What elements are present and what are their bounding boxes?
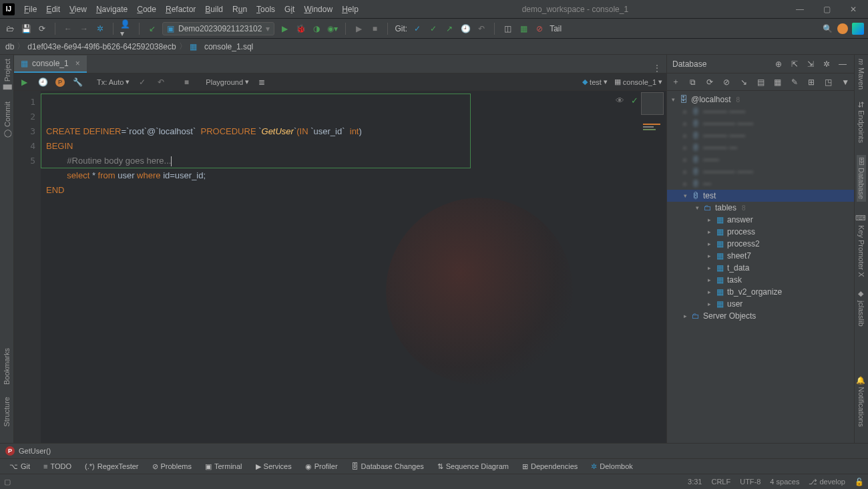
- menu-navigate[interactable]: Navigate: [92, 3, 132, 16]
- refresh-icon[interactable]: ⟳: [36, 23, 48, 35]
- db-table-tb_v2_organize[interactable]: ▸▦tb_v2_organize: [667, 286, 854, 298]
- db-schema-blurred[interactable]: ▸🛢———— ——: [667, 166, 854, 178]
- layout-icon[interactable]: ≣: [256, 76, 268, 88]
- refresh-db-icon[interactable]: ⟳: [704, 76, 715, 88]
- gear-icon[interactable]: ✲: [94, 23, 106, 35]
- jump-icon[interactable]: ↘: [738, 76, 749, 88]
- db-table-process[interactable]: ▸▦process: [667, 226, 854, 238]
- db-table-answer[interactable]: ▸▦answer: [667, 214, 854, 226]
- playground-combo[interactable]: Playground ▾: [206, 77, 249, 86]
- edit-icon[interactable]: ✎: [789, 76, 800, 88]
- tw-dbchanges[interactable]: 🗄Database Changes: [346, 461, 429, 472]
- minimap[interactable]: [641, 92, 664, 115]
- window-close[interactable]: ✕: [841, 3, 865, 16]
- save-icon[interactable]: 💾: [20, 23, 32, 35]
- csv-icon[interactable]: ▦: [517, 23, 529, 35]
- status-cursor-pos[interactable]: 3:31: [688, 478, 702, 486]
- db-schema-blurred[interactable]: ▸🛢——— —: [667, 142, 854, 154]
- collapse-icon[interactable]: ⇲: [805, 58, 817, 70]
- db-table-task[interactable]: ▸▦task: [667, 274, 854, 286]
- status-indent[interactable]: 4 spaces: [770, 478, 799, 486]
- search-icon[interactable]: 🔍: [821, 23, 833, 35]
- sidebar-jclasslib[interactable]: ◆ jclasslib: [857, 289, 866, 327]
- jetbrains-icon[interactable]: [852, 23, 864, 35]
- status-encoding[interactable]: UTF-8: [740, 478, 761, 486]
- wrench-icon[interactable]: 🔧: [71, 76, 83, 88]
- sidebar-bookmarks[interactable]: Bookmarks: [3, 348, 11, 385]
- tw-deps[interactable]: ⊞Dependencies: [517, 461, 583, 472]
- sidebar-project[interactable]: ▉ Project: [3, 59, 11, 90]
- sidebar-structure[interactable]: Structure: [3, 397, 11, 427]
- add-datasource-icon[interactable]: ＋: [670, 76, 681, 88]
- history-icon[interactable]: 🕘: [459, 23, 471, 35]
- sidebar-database[interactable]: 🗄 Database: [857, 155, 866, 202]
- tw-git[interactable]: ⌥Git: [4, 461, 35, 472]
- target-icon[interactable]: ⊕: [773, 58, 785, 70]
- tx-mode[interactable]: Tx: Auto ▾: [97, 77, 130, 86]
- tab-console_1[interactable]: ▦ console_1 ×: [14, 55, 87, 73]
- menu-build[interactable]: Build: [201, 3, 227, 16]
- db-schema-blurred[interactable]: ▸🛢——— ——: [667, 130, 854, 142]
- db-schema-blurred[interactable]: ▸🛢—: [667, 178, 854, 190]
- tw-delombok[interactable]: ✲Delombok: [586, 461, 638, 472]
- sidebar-commit[interactable]: ◯ Commit: [3, 102, 11, 138]
- plus-square-icon[interactable]: ⊞: [806, 76, 817, 88]
- sidebar-keypromoter[interactable]: ⌨ Key Promoter X: [857, 214, 866, 277]
- status-overlay-icon[interactable]: ▢: [4, 478, 11, 486]
- tw-services[interactable]: ▶Services: [250, 461, 297, 472]
- db-schema-blurred[interactable]: ▸🛢——: [667, 154, 854, 166]
- no-icon[interactable]: ⊘: [533, 23, 546, 35]
- db-table-t_data[interactable]: ▸▦t_data: [667, 262, 854, 274]
- expand-icon[interactable]: ⇱: [789, 58, 801, 70]
- menu-refactor[interactable]: Refactor: [162, 3, 200, 16]
- crumb-db[interactable]: db: [5, 42, 14, 51]
- open-icon[interactable]: 🗁: [4, 23, 16, 35]
- rollback2-icon[interactable]: ↶: [155, 76, 167, 88]
- db-server-objects[interactable]: ▸🗀 Server Objects: [667, 310, 854, 322]
- menu-git[interactable]: Git: [280, 3, 298, 16]
- diagram-icon[interactable]: ◳: [823, 76, 834, 88]
- sidebar-endpoints[interactable]: ⇆ Endpoints: [857, 102, 866, 143]
- debug-icon[interactable]: 🐞: [294, 23, 306, 35]
- filter-icon[interactable]: ▼: [840, 76, 851, 88]
- sidebar-maven[interactable]: m Maven: [857, 59, 865, 90]
- duplicate-icon[interactable]: ⧉: [686, 76, 698, 88]
- tw-problems[interactable]: ⊘Problems: [147, 461, 197, 472]
- menu-tools[interactable]: Tools: [252, 3, 279, 16]
- tab-options-icon[interactable]: ⋮: [648, 63, 666, 73]
- proc-name[interactable]: GetUser(): [19, 447, 51, 455]
- menu-view[interactable]: View: [65, 3, 91, 16]
- db-schema-blurred[interactable]: ▸🛢——— ——: [667, 106, 854, 118]
- db-schema-blurred[interactable]: ▸🛢———— ——: [667, 118, 854, 130]
- menu-help[interactable]: Help: [338, 3, 363, 16]
- eye-off-icon[interactable]: 👁: [616, 94, 624, 108]
- db-table-sheet7[interactable]: ▸▦sheet7: [667, 250, 854, 262]
- database-tree[interactable]: ▾🗄 @localhost 8 ▸🛢——— ——▸🛢———— ——▸🛢——— —…: [667, 91, 854, 443]
- user-dropdown-icon[interactable]: 👤▾: [120, 23, 132, 35]
- status-branch[interactable]: ⎇ develop: [809, 478, 845, 486]
- status-lock-icon[interactable]: 🔓: [855, 478, 864, 486]
- menu-edit[interactable]: Edit: [42, 3, 64, 16]
- code-editor[interactable]: 12345 CREATE DEFINER=`root`@`localhost` …: [14, 91, 666, 443]
- hide-icon[interactable]: —: [837, 58, 849, 70]
- run-icon[interactable]: ▶: [278, 23, 290, 35]
- tw-profiler[interactable]: ◉Profiler: [300, 461, 343, 472]
- forward-icon[interactable]: →: [78, 23, 90, 35]
- sidebar-notifications[interactable]: 🔔 Notifications: [857, 375, 866, 427]
- coverage-icon[interactable]: ◑: [310, 23, 322, 35]
- execute-icon[interactable]: ▶: [18, 76, 30, 88]
- db-schema-test[interactable]: ▾🛢 test: [667, 190, 854, 202]
- run2-icon[interactable]: ▶: [353, 23, 365, 35]
- hammer-icon[interactable]: ↙: [146, 23, 158, 35]
- tail-label[interactable]: Tail: [550, 24, 562, 33]
- table-icon[interactable]: ▦: [772, 76, 783, 88]
- window-minimize[interactable]: —: [788, 3, 812, 16]
- datasource-combo[interactable]: ◆ test ▾: [582, 77, 608, 86]
- code-content[interactable]: CREATE DEFINER=`root`@`localhost` PROCED…: [41, 91, 666, 443]
- menu-run[interactable]: Run: [228, 3, 251, 16]
- stop-db-icon[interactable]: ⊘: [720, 76, 732, 88]
- tw-terminal[interactable]: ▣Terminal: [200, 461, 248, 472]
- db-table-user[interactable]: ▸▦user: [667, 298, 854, 310]
- update-icon[interactable]: ✓: [411, 23, 423, 35]
- crumb-file[interactable]: ▦ console_1.sql: [190, 42, 254, 51]
